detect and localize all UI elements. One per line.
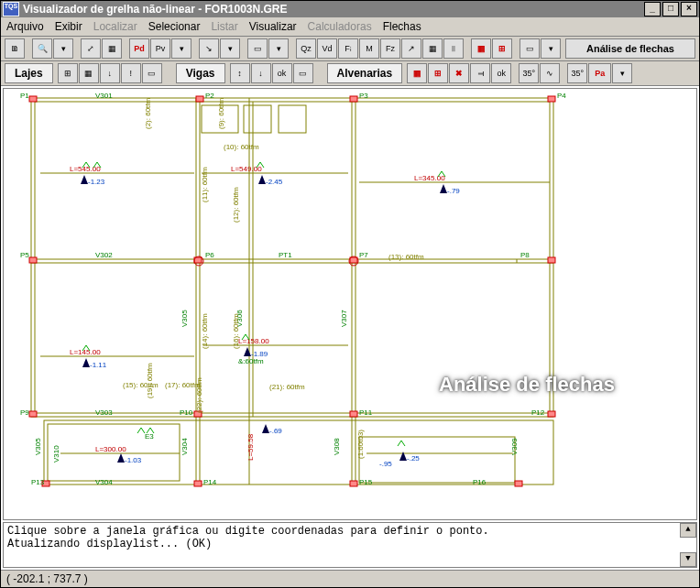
dropdown-icon[interactable]: ▾ [53,38,73,59]
section-lajes[interactable]: Lajes [5,63,53,83]
dropdown2-icon[interactable]: ▾ [171,38,191,59]
dim-15: (16): 60tfm [232,313,240,349]
menu-listar[interactable]: Listar [211,20,237,33]
minimize-button[interactable]: _ [644,2,661,16]
label-v302: V302 [95,251,113,259]
svg-rect-23 [350,257,357,263]
svg-rect-31 [350,481,357,486]
tool-f-icon[interactable]: Fᵢ [338,38,358,59]
section-alvenarias[interactable]: Alvenarias [327,63,403,83]
menu-calculadoras[interactable]: Calculadoras [308,20,372,33]
arrow-val-4: -1.11 [90,361,107,369]
svg-text:-.95: -.95 [379,460,392,468]
dim-12: (13): 60tfm [388,253,424,261]
viga-tool-4-icon[interactable]: ▭ [293,63,313,83]
rect-icon[interactable]: ▭ [247,38,268,59]
label-p11: P11 [359,408,373,417]
svg-rect-16 [279,105,306,133]
tool-q-icon[interactable]: Qz [296,38,316,59]
svg-text:E3: E3 [145,432,154,441]
label-p5: P5 [20,251,29,259]
drawing-canvas[interactable]: P1 P2 P3 P4 P5 P6 PT1 P7 P8 P9 P10 P11 P… [3,88,697,520]
tool-fz-icon[interactable]: Fz [380,38,400,59]
dim-11: (12): 60tfm [232,187,240,223]
svg-marker-36 [81,175,88,184]
tool-arrow-icon[interactable]: ↗ [401,38,421,59]
angle-35b-icon[interactable]: 35° [567,63,587,83]
dropdown3-icon[interactable]: ▾ [220,38,240,59]
dropdown5-icon[interactable]: ▾ [541,38,561,59]
label-v301: V301 [95,92,113,100]
tool-hatch-icon[interactable]: ▦ [471,38,491,59]
tool-sigma-icon[interactable]: ⫴ [443,38,464,59]
analysis-button[interactable]: Análise de flechas [565,38,695,59]
axes-icon[interactable]: ⤢ [81,38,101,59]
menu-exibir[interactable]: Exibir [55,20,82,33]
dropdown4-icon[interactable]: ▾ [268,38,289,59]
tool-box-icon[interactable]: ▭ [520,38,540,59]
grid-dots-icon[interactable]: ▦ [102,38,122,59]
section-vigas[interactable]: Vigas [176,63,225,83]
console-line-2: Atualizando displaylist... (OK) [7,538,693,550]
laje-tool-1-icon[interactable]: ⊞ [58,63,78,83]
label-p2: P2 [205,92,214,100]
svg-marker-40 [440,184,447,193]
tool-grid2-icon[interactable]: ⊞ [492,38,512,59]
viga-tool-3-icon[interactable]: ok [272,63,292,83]
scroll-down-icon[interactable]: ▼ [680,552,696,567]
alv-tool-4-icon[interactable]: ⫤ [470,63,490,83]
menu-selecionar[interactable]: Selecionar [148,20,201,33]
maximize-button[interactable]: □ [662,2,679,16]
svg-marker-49 [117,453,125,463]
alv-tool-cross-icon[interactable]: ✖ [449,63,469,83]
toolbar-sections: Lajes ⊞ ▦ ↓ ! ▭ Vigas ↕ ↓ ok ▭ Alvenaria… [1,61,699,86]
tool-m-icon[interactable]: M [359,38,379,59]
dropdown6-icon[interactable]: ▾ [612,63,632,83]
laje-tool-4-icon[interactable]: ! [121,63,141,83]
label-p8: P8 [520,251,530,259]
menu-localizar[interactable]: Localizar [93,20,137,33]
dim-8: (9): 60tfm [217,97,225,129]
angle-35a-icon[interactable]: 35° [519,63,539,83]
alv-tool-1-icon[interactable]: ▦ [407,63,427,83]
pv-button[interactable]: Pv [150,38,170,59]
viga-tool-2-icon[interactable]: ↓ [251,63,271,83]
svg-rect-32 [515,481,522,486]
menu-arquivo[interactable]: Arquivo [6,20,44,33]
dim-2: (2): 60tfm [144,97,152,129]
menubar: Arquivo Exibir Localizar Selecionar List… [1,17,699,37]
app-window: TQS Visualizador de grelha não-linear - … [0,0,700,588]
label-p12: P12 [531,408,545,417]
pd-button[interactable]: Pd [129,38,149,59]
laje-tool-3-icon[interactable]: ↓ [100,63,120,83]
wave-icon[interactable]: ∿ [540,63,560,83]
svg-rect-17 [29,96,37,102]
arrow-val-7: -1.03 [125,456,142,464]
label-p9: P9 [20,408,29,417]
tool-v-icon[interactable]: Vd [317,38,337,59]
laje-tool-2-icon[interactable]: ▦ [79,63,99,83]
vector-icon[interactable]: ↘ [199,38,219,59]
viga-tool-1-icon[interactable]: ↕ [230,63,250,83]
dim-13: (14): 60tfm [201,313,209,349]
menu-flechas[interactable]: Flechas [383,20,421,33]
menu-visualizar[interactable]: Visualizar [249,20,297,33]
label-p1: P1 [20,92,29,100]
console-area[interactable]: Clique sobre a janela gráfica ou digite … [3,522,697,568]
dwg-icon[interactable]: 🗎 [5,38,25,59]
tool-grid-icon[interactable]: ▦ [422,38,443,59]
svg-marker-38 [258,175,266,184]
close-button[interactable]: × [681,2,697,16]
label-L59: L=59.58 [246,433,255,461]
pa-button[interactable]: Pa [588,63,611,83]
svg-marker-46 [262,424,269,433]
label-L300: L=300.00 [95,445,126,453]
laje-tool-5-icon[interactable]: ▭ [142,63,162,83]
zoom-icon[interactable]: 🔍 [32,38,52,59]
alv-tool-ok-icon[interactable]: ok [491,63,511,83]
label-p16: P16 [473,478,487,486]
dim-10: (11): 60tfm [201,167,209,202]
label-L345: L=345.00 [414,174,445,182]
scroll-up-icon[interactable]: ▲ [680,523,696,538]
alv-tool-2-icon[interactable]: ⊞ [428,63,448,83]
